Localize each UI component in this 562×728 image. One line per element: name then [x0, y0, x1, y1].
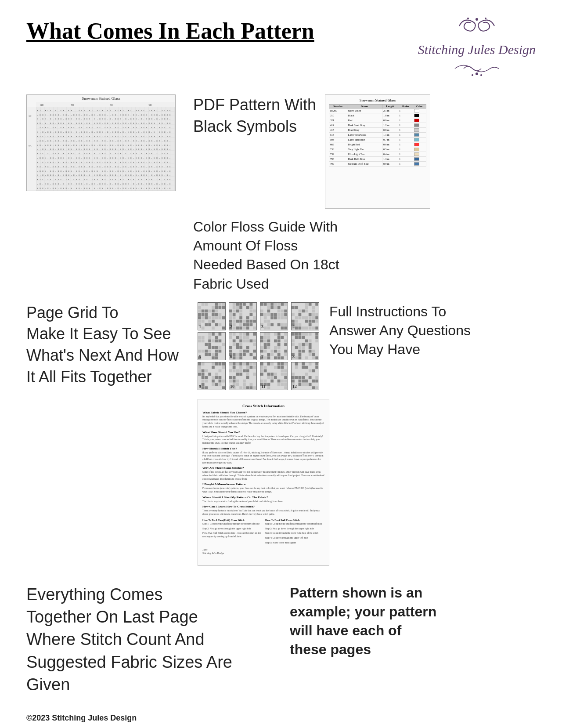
svg-rect-175: [260, 303, 263, 306]
svg-rect-261: [208, 333, 211, 336]
svg-rect-341: [284, 333, 287, 336]
svg-rect-513: [274, 373, 277, 376]
svg-rect-363: [264, 350, 267, 353]
svg-rect-159: [250, 320, 253, 323]
svg-rect-148: [229, 316, 232, 319]
svg-rect-263: [219, 333, 222, 336]
svg-rect-442: [212, 380, 215, 383]
svg-rect-480: [233, 380, 236, 383]
floss-row: 799Medium Delft Blue0.9 m1: [329, 162, 426, 167]
svg-rect-156: [239, 320, 242, 323]
logo-area: Stitching Jules Design: [418, 13, 536, 81]
svg-rect-349: [267, 339, 270, 342]
svg-rect-517: [270, 376, 274, 379]
svg-rect-210: [270, 323, 274, 326]
svg-rect-94: [222, 306, 225, 309]
svg-rect-176: [264, 303, 267, 306]
svg-rect-134: [236, 306, 239, 309]
svg-rect-318: [239, 346, 242, 349]
svg-rect-145: [233, 313, 236, 316]
half-stitch-step: For a Two Half Stitch you're done - you …: [202, 532, 262, 538]
svg-rect-324: [253, 350, 256, 353]
svg-rect-344: [267, 336, 270, 339]
svg-rect-278: [212, 346, 215, 349]
svg-rect-397: [305, 343, 308, 346]
svg-rect-451: [222, 386, 225, 389]
svg-rect-424: [198, 366, 201, 369]
svg-rect-418: [198, 362, 201, 366]
svg-rect-146: [239, 313, 242, 316]
svg-rect-367: [284, 350, 287, 353]
svg-rect-104: [212, 313, 215, 316]
floss-row: 598Light Turquoise0.7 m1: [329, 138, 426, 142]
svg-rect-11: [27, 107, 36, 191]
svg-rect-455: [236, 362, 239, 366]
svg-rect-270: [208, 339, 211, 342]
svg-rect-299: [246, 333, 249, 336]
svg-rect-449: [202, 386, 205, 389]
svg-rect-118: [212, 320, 215, 323]
svg-rect-163: [239, 323, 242, 326]
svg-rect-158: [246, 320, 249, 323]
svg-rect-311: [253, 339, 256, 342]
svg-rect-366: [277, 350, 281, 353]
svg-rect-335: [253, 356, 256, 359]
svg-rect-530: [281, 383, 284, 386]
svg-rect-103: [205, 313, 208, 316]
right-instructions: 123456789101112 Full Instructions To Ans…: [198, 302, 536, 566]
svg-rect-256: [305, 326, 308, 330]
floss-row: 415Pearl Gray0.8 m1: [329, 128, 426, 133]
thumbnail-pattern-icon: [198, 333, 225, 360]
svg-rect-507: [264, 369, 267, 372]
thumbnails-container: 123456789101112: [198, 302, 321, 390]
svg-rect-268: [198, 339, 201, 342]
svg-rect-553: [292, 380, 295, 383]
svg-rect-322: [243, 350, 246, 353]
svg-rect-197: [277, 313, 281, 316]
floss-col-skeins: Skeins: [398, 105, 413, 109]
svg-rect-468: [236, 369, 239, 372]
svg-rect-120: [205, 323, 208, 326]
svg-rect-98: [208, 309, 211, 312]
svg-rect-135: [239, 306, 242, 309]
svg-rect-198: [281, 313, 284, 316]
svg-rect-404: [302, 350, 305, 353]
svg-rect-556: [305, 380, 308, 383]
svg-rect-245: [309, 320, 312, 323]
svg-rect-382: [302, 333, 305, 336]
svg-rect-379: [292, 333, 295, 336]
svg-rect-92: [215, 306, 218, 309]
svg-rect-456: [239, 362, 242, 366]
svg-rect-150: [239, 316, 242, 319]
svg-rect-314: [239, 343, 242, 346]
svg-rect-266: [208, 336, 211, 339]
svg-rect-466: [229, 369, 232, 372]
thumbnail-pattern-icon: [292, 303, 319, 330]
svg-rect-102: [202, 313, 205, 316]
svg-rect-508: [281, 369, 284, 372]
svg-rect-403: [299, 350, 302, 353]
svg-rect-398: [309, 343, 312, 346]
half-stitch-title: How To Do A Two (Half) Cross Stitch: [202, 519, 262, 522]
svg-text:x x . x . x x . x x x . x x . : x x . x . x x . x x x . x x . x x x . x …: [37, 122, 170, 124]
svg-rect-557: [312, 380, 315, 383]
svg-rect-249: [295, 323, 298, 326]
svg-rect-345: [277, 336, 281, 339]
svg-rect-279: [215, 346, 218, 349]
svg-rect-562: [305, 383, 308, 386]
svg-rect-105: [215, 313, 218, 316]
instr-section-title: I Bought A Monochrome Pattern: [202, 482, 324, 486]
svg-rect-416: [315, 356, 318, 359]
svg-rect-537: [309, 362, 312, 366]
svg-rect-241: [315, 316, 318, 319]
svg-rect-518: [274, 376, 277, 379]
svg-rect-448: [219, 383, 222, 386]
svg-rect-274: [205, 343, 208, 346]
thumbnail-cell: 2: [229, 302, 257, 330]
svg-rect-492: [250, 386, 253, 389]
example-note-text: Pattern shown is an example; your patter…: [290, 583, 536, 659]
svg-rect-541: [305, 366, 308, 369]
svg-rect-313: [236, 343, 239, 346]
svg-rect-230: [292, 313, 295, 316]
svg-rect-162: [233, 323, 236, 326]
